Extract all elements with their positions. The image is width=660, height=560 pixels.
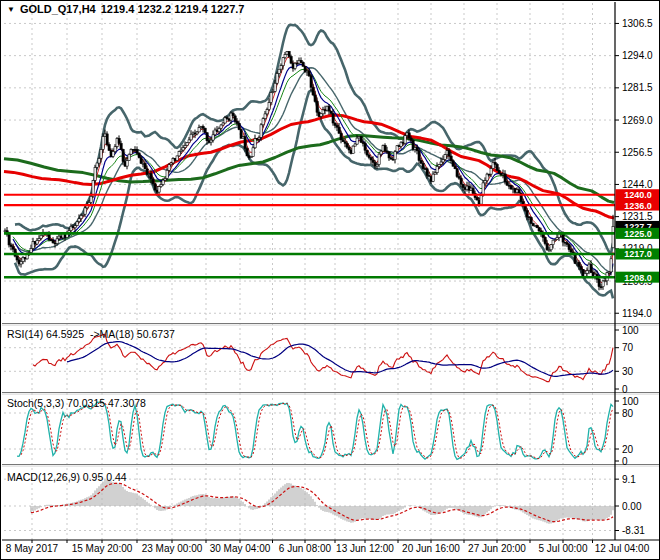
stoch-k-line	[17, 401, 613, 459]
ohlc-values: 1219.4 1232.2 1219.4 1227.7	[101, 3, 245, 15]
macd-signal-line	[31, 483, 613, 521]
fast-ma-line	[13, 64, 613, 278]
symbol-timeframe-label: GOLD_Q17,H4	[20, 3, 96, 15]
chart-window: ▼ GOLD_Q17,H4 1219.4 1232.2 1219.4 1227.…	[0, 0, 660, 560]
collapse-arrow-icon[interactable]: ▼	[7, 5, 15, 14]
chart-title: ▼ GOLD_Q17,H4 1219.4 1232.2 1219.4 1227.…	[7, 3, 244, 15]
macd-label: MACD(12,26,9) 0.95 0.44	[7, 471, 127, 483]
stoch-label: Stoch(5,3,3) 70.0315 47.3078	[7, 397, 146, 409]
time-axis[interactable]	[1, 540, 660, 560]
price-axis[interactable]	[615, 1, 660, 540]
rsi-label: RSI(14) 64.5925 ->MA(18) 50.6737	[7, 328, 175, 340]
fast-ma-line	[13, 69, 613, 274]
